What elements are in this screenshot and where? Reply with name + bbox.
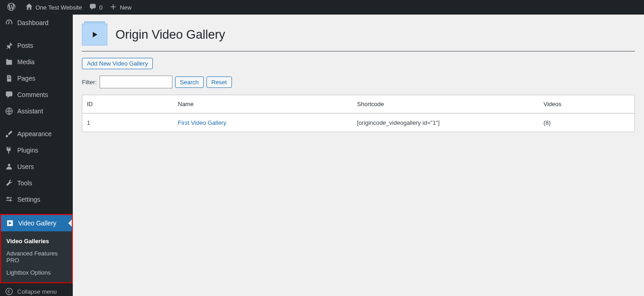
col-header-id[interactable]: ID (87, 101, 178, 107)
plugin-logo (82, 24, 107, 46)
play-icon (5, 219, 15, 228)
search-button[interactable]: Search (175, 77, 204, 88)
sidebar-item-video-gallery[interactable]: Video Gallery (1, 215, 72, 231)
admin-toolbar: One Test Website 0 New (0, 0, 644, 15)
new-label: New (120, 4, 131, 11)
svg-point-1 (6, 288, 12, 295)
col-header-videos[interactable]: Videos (543, 101, 630, 107)
site-link[interactable]: One Test Website (22, 0, 86, 15)
sidebar-item-tools[interactable]: Tools (0, 175, 73, 191)
sidebar-item-label: Posts (17, 42, 33, 49)
sidebar-item-settings[interactable]: Settings (0, 191, 73, 208)
sidebar-item-label: Video Gallery (18, 219, 56, 227)
cell-shortcode: [origincode_videogallery id="1"] (357, 119, 543, 126)
collapse-menu[interactable]: Collapse menu (0, 283, 73, 296)
sidebar-item-label: Plugins (17, 147, 38, 154)
filter-row: Filter: Search Reset (82, 76, 635, 88)
sidebar-item-dashboard[interactable]: Dashboard (0, 15, 73, 31)
sidebar-item-label: Media (17, 58, 35, 66)
wrench-icon (5, 179, 14, 188)
comments-count: 0 (99, 4, 102, 11)
collapse-label: Collapse menu (17, 288, 57, 295)
cell-name-link[interactable]: First Video Gallery (178, 119, 357, 126)
sliders-icon (5, 195, 14, 204)
col-header-name[interactable]: Name (178, 101, 357, 107)
sidebar-item-label: Users (17, 163, 34, 170)
media-icon (5, 57, 14, 66)
submenu-video-galleries[interactable]: Video Galleries (1, 235, 72, 247)
sidebar-item-label: Assistant (17, 107, 43, 115)
filter-input[interactable] (100, 76, 172, 88)
plug-icon (5, 146, 14, 155)
new-link[interactable]: New (106, 0, 135, 15)
table-row: 1 First Video Gallery [origincode_videog… (82, 113, 634, 132)
add-new-gallery-button[interactable]: Add New Video Gallery (82, 58, 153, 69)
sidebar-item-posts[interactable]: Posts (0, 37, 73, 54)
collapse-icon (5, 287, 14, 296)
sidebar-item-plugins[interactable]: Plugins (0, 142, 73, 158)
admin-sidebar: Dashboard Posts Media Pages Comments Ass… (0, 15, 73, 296)
page-icon (5, 74, 14, 83)
wordpress-icon (7, 3, 15, 12)
main-content: Origin Video Gallery Add New Video Galle… (73, 15, 644, 296)
sidebar-item-label: Tools (17, 179, 32, 187)
plus-icon (110, 3, 117, 12)
submenu-lightbox-options[interactable]: Lightbox Options (1, 266, 72, 279)
comments-link[interactable]: 0 (86, 0, 106, 15)
home-icon (25, 3, 33, 12)
wp-logo[interactable] (4, 0, 22, 15)
sidebar-item-appearance[interactable]: Appearance (0, 126, 73, 142)
sidebar-item-users[interactable]: Users (0, 158, 73, 175)
comment-icon (89, 3, 96, 12)
sidebar-item-assistant[interactable]: Assistant (0, 103, 73, 119)
sidebar-item-label: Dashboard (17, 19, 49, 26)
pin-icon (5, 41, 14, 50)
submenu-advanced-features[interactable]: Advanced Features PRO (1, 247, 72, 266)
globe-icon (5, 107, 14, 116)
site-name: One Test Website (35, 4, 82, 11)
user-icon (5, 162, 14, 171)
page-header: Origin Video Gallery (82, 24, 635, 51)
col-header-shortcode[interactable]: Shortcode (357, 101, 543, 107)
video-gallery-submenu: Video Galleries Advanced Features PRO Li… (1, 231, 72, 282)
brush-icon (5, 129, 14, 138)
sidebar-item-media[interactable]: Media (0, 54, 73, 70)
play-icon (90, 30, 99, 39)
page-title: Origin Video Gallery (116, 28, 225, 42)
dashboard-icon (5, 18, 14, 27)
sidebar-item-label: Settings (17, 196, 40, 203)
sidebar-item-label: Appearance (17, 130, 52, 138)
sidebar-item-pages[interactable]: Pages (0, 70, 73, 87)
cell-id: 1 (87, 119, 178, 126)
sidebar-item-label: Pages (17, 75, 35, 82)
sidebar-item-comments[interactable]: Comments (0, 87, 73, 103)
table-header: ID Name Shortcode Videos (82, 95, 634, 113)
cell-videos: (8) (543, 119, 630, 126)
comment-icon (5, 90, 14, 99)
reset-button[interactable]: Reset (206, 77, 232, 88)
filter-label: Filter: (82, 79, 97, 86)
sidebar-item-label: Comments (17, 91, 48, 98)
video-gallery-menu-highlight: Video Gallery Video Galleries Advanced F… (0, 214, 73, 283)
galleries-table: ID Name Shortcode Videos 1 First Video G… (82, 95, 635, 132)
